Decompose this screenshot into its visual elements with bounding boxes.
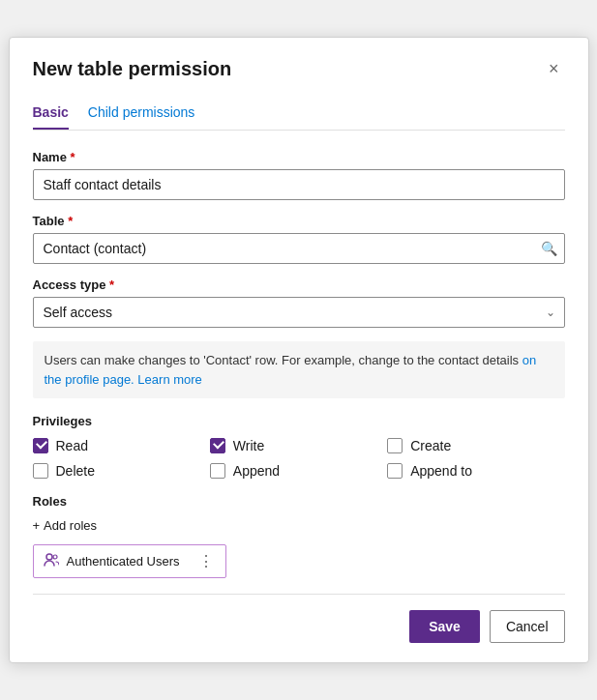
tab-child-permissions[interactable]: Child permissions bbox=[88, 97, 194, 130]
privilege-read-checkbox[interactable] bbox=[33, 438, 48, 453]
name-label: Name * bbox=[33, 150, 565, 164]
table-field-group: Table * 🔍 bbox=[33, 214, 565, 264]
roles-section: Roles + Add roles Authenticated Users ⋮ bbox=[33, 494, 565, 578]
required-indicator: * bbox=[71, 150, 75, 164]
privilege-write-checkbox[interactable] bbox=[210, 438, 225, 453]
add-roles-label: Add roles bbox=[44, 518, 97, 533]
table-input[interactable] bbox=[33, 233, 565, 264]
svg-point-0 bbox=[46, 554, 52, 560]
access-type-select-wrapper: Self access Global access Deep access Lo… bbox=[33, 297, 565, 328]
svg-point-1 bbox=[53, 555, 57, 559]
role-chip-authenticated-users: Authenticated Users ⋮ bbox=[33, 544, 226, 578]
role-chip-menu-button[interactable]: ⋮ bbox=[196, 552, 216, 570]
name-field-group: Name * bbox=[33, 150, 565, 200]
modal-header: New table permission × bbox=[33, 57, 565, 81]
privilege-delete-checkbox[interactable] bbox=[33, 463, 48, 479]
privilege-append-to[interactable]: Append to bbox=[387, 463, 564, 479]
privilege-delete[interactable]: Delete bbox=[33, 463, 210, 479]
add-roles-button[interactable]: + Add roles bbox=[33, 516, 98, 535]
privilege-read[interactable]: Read bbox=[33, 438, 210, 453]
privilege-append[interactable]: Append bbox=[210, 463, 387, 479]
modal-footer: Save Cancel bbox=[33, 594, 565, 643]
search-icon: 🔍 bbox=[541, 241, 557, 256]
table-label: Table * bbox=[33, 214, 565, 228]
required-indicator-access: * bbox=[109, 277, 114, 292]
privileges-label: Privileges bbox=[33, 414, 565, 428]
close-button[interactable]: × bbox=[543, 57, 565, 81]
plus-icon: + bbox=[33, 518, 41, 533]
privilege-append-checkbox[interactable] bbox=[210, 463, 225, 479]
tab-basic[interactable]: Basic bbox=[33, 97, 69, 130]
table-search-button[interactable]: 🔍 bbox=[541, 241, 557, 256]
save-button[interactable]: Save bbox=[409, 610, 480, 643]
modal-title: New table permission bbox=[33, 58, 232, 80]
learn-more-link[interactable]: Learn more bbox=[137, 372, 201, 387]
info-box: Users can make changes to 'Contact' row.… bbox=[33, 341, 565, 398]
access-type-label: Access type * bbox=[33, 277, 565, 292]
user-group-icon bbox=[44, 553, 59, 569]
cancel-button[interactable]: Cancel bbox=[490, 610, 565, 643]
privilege-create-checkbox[interactable] bbox=[387, 438, 403, 453]
table-search-wrapper: 🔍 bbox=[33, 233, 565, 264]
role-chip-left: Authenticated Users bbox=[44, 553, 180, 569]
modal-container: New table permission × Basic Child permi… bbox=[9, 37, 589, 663]
tabs-container: Basic Child permissions bbox=[33, 97, 565, 131]
privileges-section: Privileges Read Write Create Delete Appe… bbox=[33, 414, 565, 479]
role-chip-name: Authenticated Users bbox=[67, 554, 180, 569]
name-input[interactable] bbox=[33, 169, 565, 200]
privilege-append-to-checkbox[interactable] bbox=[387, 463, 403, 479]
privilege-create[interactable]: Create bbox=[387, 438, 564, 453]
required-indicator-table: * bbox=[68, 214, 73, 228]
privilege-write[interactable]: Write bbox=[210, 438, 387, 453]
access-type-select[interactable]: Self access Global access Deep access Lo… bbox=[33, 297, 565, 328]
access-type-field-group: Access type * Self access Global access … bbox=[33, 277, 565, 328]
roles-label: Roles bbox=[33, 494, 565, 509]
privileges-grid: Read Write Create Delete Append Append t… bbox=[33, 438, 565, 479]
